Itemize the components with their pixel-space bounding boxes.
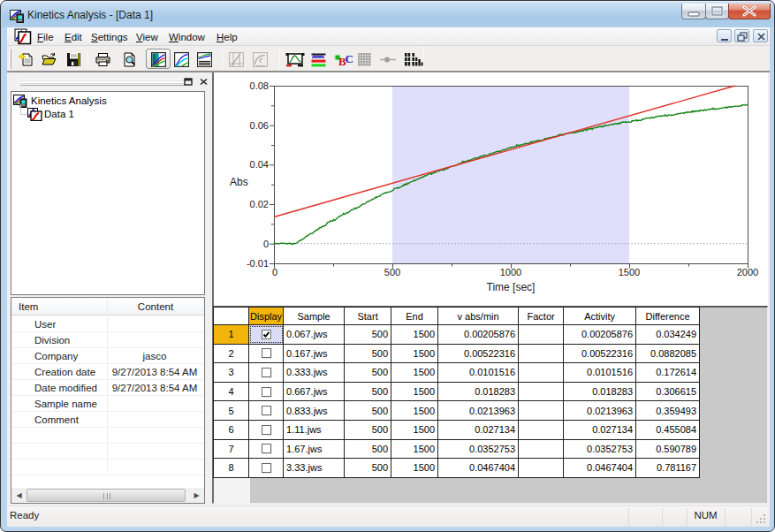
svg-text:0.02: 0.02	[250, 199, 269, 209]
svg-text:Time [sec]: Time [sec]	[487, 281, 536, 293]
svg-text:500: 500	[384, 267, 400, 277]
svg-text:Abs: Abs	[230, 176, 248, 188]
svg-text:0: 0	[263, 239, 269, 249]
svg-text:0: 0	[272, 267, 277, 277]
svg-text:1000: 1000	[500, 267, 521, 277]
svg-text:0.08: 0.08	[250, 80, 269, 91]
svg-text:C: C	[346, 52, 353, 65]
svg-text:0.06: 0.06	[250, 120, 269, 131]
svg-text:-0.01: -0.01	[247, 258, 269, 269]
svg-text:2000: 2000	[737, 267, 758, 277]
svg-text:0.04: 0.04	[250, 159, 269, 170]
svg-text:1500: 1500	[619, 267, 640, 277]
